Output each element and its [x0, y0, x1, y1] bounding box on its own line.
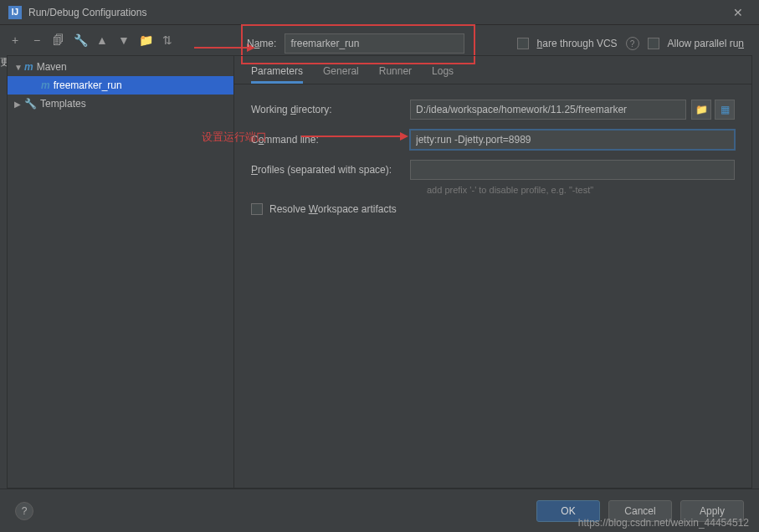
tab-parameters[interactable]: Parameters — [251, 65, 303, 84]
chevron-down-icon: ▼ — [14, 63, 24, 72]
parallel-run-checkbox[interactable] — [648, 38, 659, 49]
tree-label: Templates — [40, 98, 86, 110]
close-icon[interactable]: ✕ — [726, 6, 751, 19]
apply-button[interactable]: Apply — [680, 500, 744, 522]
app-icon: IJ — [8, 6, 22, 19]
config-tree: ▼ m Maven m freemarker_run ▶ 🔧 Templates — [7, 55, 234, 489]
chevron-right-icon: ▶ — [14, 100, 24, 109]
maven-icon: m — [24, 61, 33, 73]
remove-icon[interactable]: − — [28, 32, 45, 49]
tree-node-templates[interactable]: ▶ 🔧 Templates — [8, 95, 233, 113]
wrench-icon: 🔧 — [24, 98, 37, 110]
title-bar: IJ Run/Debug Configurations ✕ — [0, 0, 759, 25]
folder-icon[interactable]: 📁 — [137, 32, 154, 49]
tree-node-maven[interactable]: ▼ m Maven — [8, 58, 233, 76]
cancel-button[interactable]: Cancel — [608, 500, 672, 522]
name-label: Name: — [247, 38, 276, 49]
dialog-footer: ? OK Cancel Apply — [0, 489, 759, 532]
config-panel: Parameters General Runner Logs Working d… — [234, 55, 752, 489]
annotation-setport: 设置运行端口 — [202, 130, 267, 145]
collapse-icon[interactable]: ⇅ — [159, 32, 176, 49]
insert-macro-icon[interactable]: ▦ — [715, 100, 735, 120]
profiles-label: Profiles (separated with space): — [251, 164, 410, 176]
help-button[interactable]: ? — [15, 502, 33, 520]
copy-icon[interactable]: 🗐 — [50, 32, 67, 49]
annotation-arrow-icon — [194, 47, 249, 49]
command-line-input[interactable] — [410, 130, 735, 150]
tab-runner[interactable]: Runner — [379, 65, 412, 84]
up-icon[interactable]: ▲ — [94, 32, 110, 49]
down-icon[interactable]: ▼ — [115, 32, 132, 49]
window-title: Run/Debug Configurations — [28, 7, 726, 18]
wrench-icon[interactable]: 🔧 — [72, 32, 89, 49]
ok-button[interactable]: OK — [536, 500, 600, 522]
tree-label: freemarker_run — [54, 79, 122, 91]
tab-general[interactable]: General — [323, 65, 359, 84]
name-row: Name: — [247, 33, 464, 54]
resolve-workspace-label: Resolve Workspace artifacts — [269, 203, 397, 215]
options-row: hare through VCS ? Allow parallel run — [517, 37, 744, 50]
maven-icon: m — [41, 79, 50, 91]
working-dir-input[interactable] — [410, 100, 686, 120]
profiles-input[interactable] — [410, 160, 735, 180]
parallel-run-label: Allow parallel run — [668, 38, 744, 49]
tab-logs[interactable]: Logs — [432, 65, 454, 84]
tree-node-freemarker-run[interactable]: m freemarker_run — [8, 76, 233, 95]
working-dir-label: Working directory: — [251, 104, 410, 115]
profiles-hint: add prefix '-' to disable profile, e.g. … — [427, 185, 735, 195]
share-vcs-label: hare through VCS — [537, 38, 618, 49]
share-vcs-checkbox[interactable] — [517, 38, 529, 49]
help-icon[interactable]: ? — [626, 37, 639, 50]
parameters-form: Working directory: 📁 ▦ Command line: Pro… — [234, 84, 751, 215]
annotation-arrow-icon — [301, 136, 402, 137]
resolve-workspace-checkbox[interactable] — [251, 203, 263, 215]
tabs: Parameters General Runner Logs — [234, 56, 751, 84]
tree-label: Maven — [37, 61, 67, 73]
name-input[interactable] — [285, 33, 464, 54]
add-icon[interactable]: + — [7, 32, 23, 49]
browse-folder-icon[interactable]: 📁 — [691, 100, 711, 120]
